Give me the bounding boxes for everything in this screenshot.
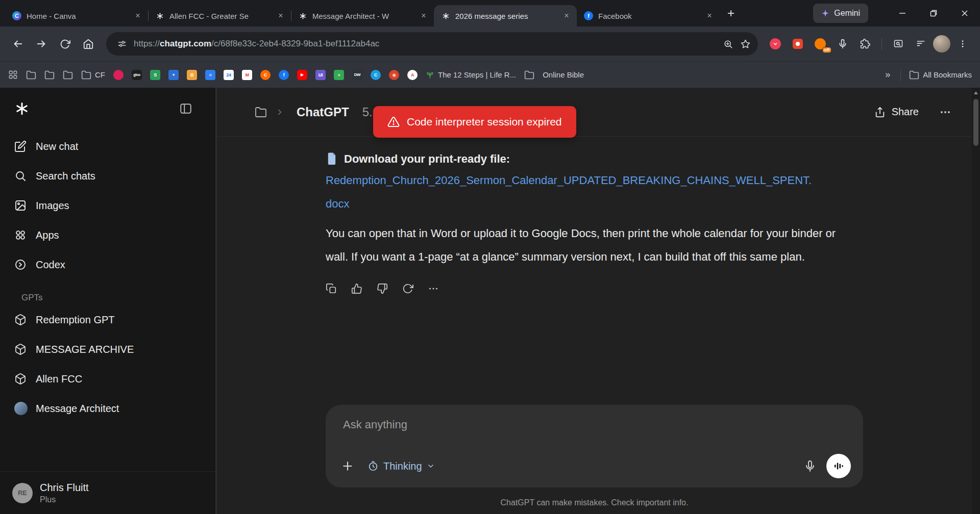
all-bookmarks-button[interactable]: All Bookmarks	[909, 70, 972, 80]
sidebar-item-redemption-gpt[interactable]: Redemption GPT	[7, 305, 210, 335]
bookmark-favicon[interactable]: 24	[224, 70, 234, 80]
bookmark-favicon[interactable]: UI	[315, 70, 326, 80]
tab-2026-message-series-active[interactable]: 2026 message series ×	[434, 5, 577, 27]
tab-canva[interactable]: C Home - Canva ×	[5, 5, 148, 27]
folder-icon	[255, 106, 267, 118]
tab-message-architect[interactable]: Message Architect - W ×	[291, 5, 434, 27]
restore-button[interactable]	[918, 0, 949, 27]
reading-list-icon[interactable]	[911, 34, 931, 54]
collapse-sidebar-icon[interactable]	[179, 102, 192, 115]
profile-avatar[interactable]	[933, 35, 950, 53]
close-tab-icon[interactable]: ×	[704, 11, 715, 21]
bookmark-folder[interactable]	[26, 70, 36, 80]
home-button[interactable]	[78, 33, 99, 55]
regenerate-icon[interactable]	[402, 283, 413, 294]
bookmarks-items: CF gloo S + B ≡ 24 M C f ▶ UI ≡ DW C ◉ A…	[8, 70, 875, 80]
dictate-mic-icon[interactable]	[804, 460, 816, 472]
bookmark-favicon[interactable]: f	[279, 70, 289, 80]
apps-grid-icon[interactable]	[8, 70, 18, 80]
address-bar[interactable]: https://chatgpt.com/c/68f8e33c-2eb4-8329…	[106, 32, 758, 56]
chatgpt-logo-icon[interactable]	[14, 101, 30, 116]
share-button[interactable]: Share	[874, 106, 919, 118]
new-tab-button[interactable]: +	[722, 4, 740, 22]
tab-title: Home - Canva	[27, 12, 128, 20]
sidebar-item-label: New chat	[36, 141, 78, 152]
bookmark-online-bible[interactable]: Online Bible	[543, 70, 584, 79]
sidebar-item-message-archive[interactable]: MESSAGE ARCHIVE	[7, 335, 210, 364]
sidebar-item-message-architect[interactable]: Message Architect	[7, 394, 210, 423]
bookmark-folder-cf[interactable]: CF	[81, 70, 105, 80]
scroll-up-arrow[interactable]	[974, 91, 978, 94]
tab-allen-fcc[interactable]: Allen FCC - Greater Se ×	[148, 5, 291, 27]
conversation-breadcrumb[interactable]: ChatGPT 5.1	[255, 105, 379, 119]
thumbs-down-icon[interactable]	[377, 283, 388, 294]
copy-icon[interactable]	[326, 283, 337, 294]
pocket-extension-icon[interactable]	[765, 34, 786, 54]
sidebar-item-apps[interactable]: Apps	[7, 220, 210, 250]
sidebar-item-images[interactable]: Images	[7, 191, 210, 220]
voice-search-icon[interactable]	[832, 34, 853, 54]
bookmark-favicon[interactable]: ◉	[389, 70, 399, 80]
extension-off-badge: off	[822, 47, 831, 53]
sidebar-item-codex[interactable]: Codex	[7, 250, 210, 279]
bookmark-favicon[interactable]: ≡	[334, 70, 344, 80]
reload-button[interactable]	[54, 33, 76, 55]
download-file-link[interactable]: Redemption_Church_2026_Sermon_Calendar_U…	[326, 169, 863, 216]
bookmark-favicon[interactable]: DW	[352, 70, 362, 80]
disclaimer-text: ChatGPT can make mistakes. Check importa…	[217, 492, 972, 514]
browser-menu-icon[interactable]	[952, 34, 973, 54]
bookmark-favicon[interactable]: B	[187, 70, 197, 80]
close-window-button[interactable]	[949, 0, 980, 27]
bookmark-star-icon[interactable]	[737, 35, 754, 53]
attach-plus-icon[interactable]	[338, 456, 357, 476]
user-plan-badge: Plus	[40, 495, 89, 504]
bookmark-favicon[interactable]: ≡	[205, 70, 215, 80]
thinking-mode-selector[interactable]: Thinking	[368, 460, 435, 472]
close-tab-icon[interactable]: ×	[419, 11, 429, 21]
thumbs-up-icon[interactable]	[351, 283, 362, 294]
extensions-puzzle-icon[interactable]	[855, 34, 875, 54]
bookmark-favicon[interactable]: M	[242, 70, 252, 80]
bookmark-favicon[interactable]: C	[371, 70, 381, 80]
forward-button[interactable]	[31, 33, 52, 55]
tab-facebook[interactable]: f Facebook ×	[577, 5, 720, 27]
bookmark-favicon[interactable]	[113, 70, 124, 80]
close-tab-icon[interactable]: ×	[276, 11, 286, 21]
sidebar-item-allen-fcc[interactable]: Allen FCC	[7, 364, 210, 394]
account-section[interactable]: RE Chris Fluitt Plus	[0, 471, 217, 514]
voice-mode-button[interactable]	[826, 454, 851, 478]
bookmark-favicon[interactable]: A	[407, 70, 418, 80]
bookmarks-overflow-chevron[interactable]: »	[883, 69, 892, 80]
bookmark-folder[interactable]	[63, 70, 73, 80]
model-name[interactable]: ChatGPT	[297, 105, 349, 119]
chatgpt-sidebar: New chat Search chats Images Apps Codex	[0, 88, 217, 514]
bookmark-folder[interactable]	[44, 70, 55, 80]
bookmark-favicon[interactable]: +	[168, 70, 179, 80]
back-button[interactable]	[7, 33, 29, 55]
tab-title: Message Architect - W	[312, 12, 413, 20]
sidebar-item-search-chats[interactable]: Search chats	[7, 161, 210, 191]
adblock-off-extension-icon[interactable]: off	[810, 34, 830, 54]
bookmark-twelve-steps[interactable]: The 12 Steps | Life R...	[426, 70, 516, 79]
bookmark-favicon[interactable]: C	[260, 70, 271, 80]
bookmark-favicon[interactable]: S	[150, 70, 160, 80]
close-tab-icon[interactable]: ×	[561, 11, 572, 21]
sidebar-item-new-chat[interactable]: New chat	[7, 132, 210, 161]
zoom-icon[interactable]	[719, 35, 737, 53]
page-scrollbar[interactable]	[972, 88, 980, 514]
scrollbar-thumb[interactable]	[973, 99, 978, 146]
more-actions-icon[interactable]	[428, 283, 439, 294]
site-settings-icon[interactable]	[113, 35, 131, 53]
close-tab-icon[interactable]: ×	[133, 11, 143, 21]
gemini-button[interactable]: Gemini	[813, 4, 868, 23]
red-extension-icon[interactable]	[788, 34, 808, 54]
bookmark-favicon[interactable]: ▶	[297, 70, 307, 80]
minimize-button[interactable]	[887, 0, 918, 27]
bookmark-favicon[interactable]: gloo	[132, 70, 142, 80]
sidebar-item-label: Redemption GPT	[36, 314, 115, 326]
chevron-down-icon	[427, 462, 435, 470]
tab-search-icon[interactable]	[888, 34, 909, 54]
conversation-menu-icon[interactable]	[939, 106, 951, 118]
chat-input[interactable]	[338, 416, 851, 433]
bookmark-folder[interactable]	[524, 70, 534, 80]
